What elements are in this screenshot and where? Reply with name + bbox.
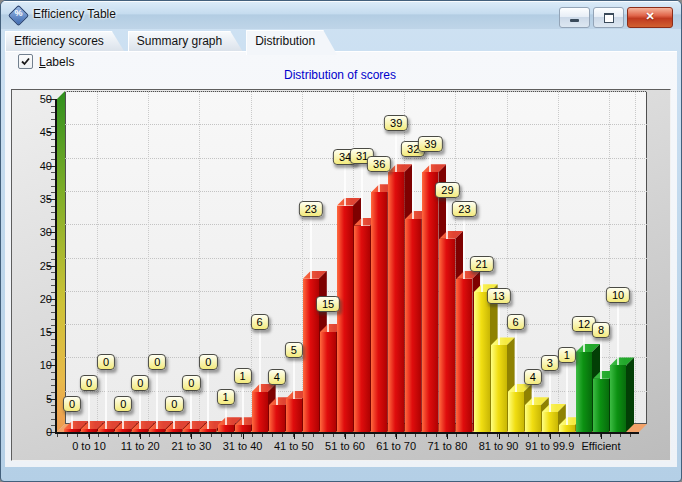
checkbox-check-icon[interactable] (18, 54, 33, 69)
bar[interactable] (371, 192, 387, 432)
bar[interactable] (422, 172, 438, 432)
y-axis-minor-tick (51, 152, 55, 153)
x-axis-minor-tick (354, 434, 355, 437)
x-axis-minor-tick (149, 434, 150, 437)
bar[interactable] (98, 429, 114, 432)
x-axis-category-label: Efficient (559, 440, 643, 452)
y-axis-minor-tick (51, 179, 55, 180)
leader-line (225, 405, 227, 425)
x-axis-minor-tick (262, 434, 263, 437)
y-axis-label: 5 (14, 393, 52, 405)
x-axis-minor-tick (405, 434, 406, 437)
bar-value-label: 5 (285, 342, 303, 358)
x-axis-minor-tick (159, 434, 160, 437)
y-axis-label: 20 (14, 293, 52, 305)
bar[interactable] (286, 399, 302, 432)
bar[interactable] (269, 405, 285, 432)
y-axis-minor-tick (51, 405, 55, 406)
chart-panel: 0510152025303540455000000000011645231534… (11, 89, 671, 461)
y-axis-minor-tick (51, 252, 55, 253)
bar[interactable] (64, 429, 80, 432)
x-axis-minor-tick (436, 434, 437, 437)
y-axis-minor-tick (51, 239, 55, 240)
y-axis-minor-tick (51, 219, 55, 220)
leader-line (583, 332, 585, 352)
x-axis-tick (499, 434, 500, 439)
x-axis-minor-tick (508, 434, 509, 437)
bar[interactable] (593, 379, 609, 432)
bar[interactable] (183, 429, 199, 432)
leader-line (600, 338, 602, 379)
x-axis-minor-tick (252, 434, 253, 437)
leader-line (412, 157, 414, 219)
leader-line (139, 391, 141, 429)
title-bar[interactable]: % Efficiency Table ✕ (1, 1, 681, 29)
window-title: Efficiency Table (33, 7, 116, 21)
x-axis-tick (243, 434, 244, 439)
bar[interactable] (474, 292, 490, 432)
bar[interactable] (337, 206, 353, 432)
gridline-vertical (199, 92, 200, 423)
bar[interactable] (491, 345, 507, 432)
maximize-icon (604, 13, 614, 23)
bar[interactable] (542, 412, 558, 432)
bar[interactable] (200, 429, 216, 432)
tab-distribution[interactable]: Distribution (246, 30, 337, 55)
bar[interactable] (525, 405, 541, 432)
bar-value-label: 1 (217, 389, 235, 405)
bar[interactable] (115, 429, 131, 432)
bar[interactable] (218, 425, 234, 432)
bar[interactable] (354, 226, 370, 432)
leader-line (481, 272, 483, 292)
y-axis-label: 50 (14, 93, 52, 105)
bar[interactable] (166, 429, 182, 432)
labels-checkbox[interactable]: Labels (18, 54, 74, 69)
x-axis-minor-tick (620, 434, 621, 437)
bar[interactable] (235, 425, 251, 432)
x-axis-minor-tick (211, 434, 212, 437)
x-axis-minor-tick (129, 434, 130, 437)
leader-line (122, 412, 124, 429)
bar[interactable] (559, 425, 575, 432)
y-axis-minor-tick (51, 352, 55, 353)
bar-value-label: 39 (418, 136, 442, 152)
bar-value-label: 23 (299, 201, 323, 217)
bar[interactable] (81, 429, 97, 432)
x-axis-minor-tick (426, 434, 427, 437)
y-axis-label: 40 (14, 160, 52, 172)
y-axis-minor-tick (51, 345, 55, 346)
leader-line (463, 217, 465, 279)
bar-value-label: 6 (251, 314, 269, 330)
x-axis-line (55, 432, 639, 434)
bar[interactable] (149, 429, 165, 432)
bar[interactable] (508, 392, 524, 432)
close-icon: ✕ (628, 10, 672, 23)
x-axis-minor-tick (385, 434, 386, 437)
y-axis-label: 45 (14, 126, 52, 138)
y-axis-minor-tick (51, 186, 55, 187)
y-axis-label: 30 (14, 226, 52, 238)
leader-line (361, 164, 363, 226)
bar[interactable] (456, 279, 472, 432)
x-axis-minor-tick (98, 434, 99, 437)
x-axis-minor-tick (374, 434, 375, 437)
bar[interactable] (439, 239, 455, 432)
x-axis-tick (601, 434, 602, 439)
bar[interactable] (388, 172, 404, 432)
x-axis-tick (191, 434, 192, 439)
window-controls: ✕ (559, 7, 673, 28)
close-button[interactable]: ✕ (627, 7, 673, 28)
bar[interactable] (320, 332, 336, 432)
maximize-button[interactable] (593, 7, 624, 28)
bar[interactable] (132, 429, 148, 432)
x-axis-minor-tick (118, 434, 119, 437)
minimize-button[interactable] (559, 7, 590, 28)
bar[interactable] (252, 392, 268, 432)
bar[interactable] (405, 219, 421, 432)
bar[interactable] (610, 365, 626, 432)
bar[interactable] (576, 352, 592, 432)
bar-value-label: 21 (469, 256, 493, 272)
x-axis-minor-tick (477, 434, 478, 437)
x-axis-minor-tick (569, 434, 570, 437)
y-axis-minor-tick (51, 285, 55, 286)
